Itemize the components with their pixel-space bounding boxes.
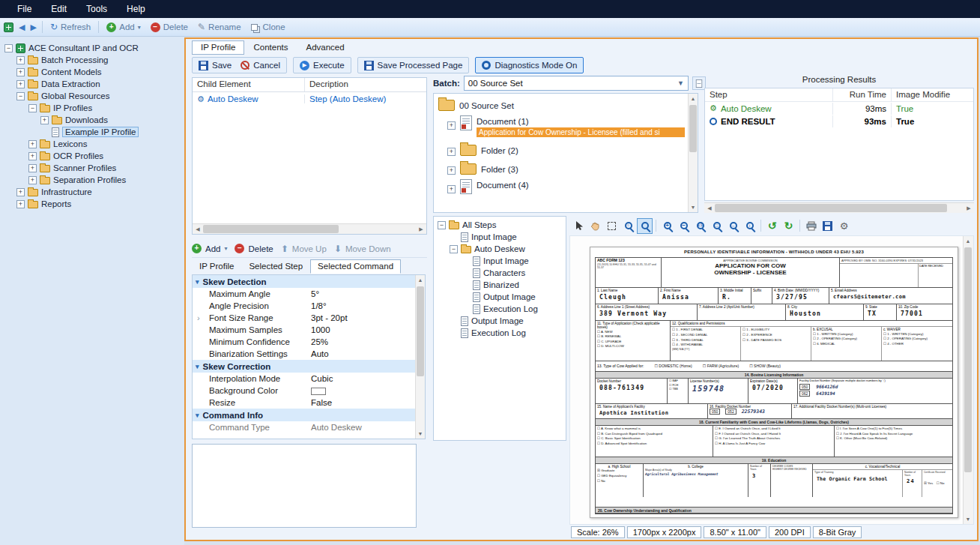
expand-icon[interactable]: + [447, 166, 456, 175]
group-command-info[interactable]: ▾ Command Info [193, 409, 415, 421]
rotate-ccw-button[interactable]: ↺ [764, 218, 780, 234]
scrollbar-thumb[interactable] [715, 204, 947, 212]
document-caption-selected[interactable]: Application for Cow Ownership - Licensee… [477, 127, 685, 137]
horizontal-scrollbar[interactable]: ◀ ▶ [704, 202, 974, 213]
image-preview-canvas[interactable]: PERSONALLY IDENTIFIABLE INFORMATION - WI… [569, 235, 974, 525]
expand-icon[interactable]: + [16, 200, 25, 208]
scroll-right-icon[interactable]: ▶ [964, 203, 974, 213]
expand-icon[interactable]: + [40, 116, 49, 124]
column-image-modified[interactable]: Image Modifie [891, 88, 973, 101]
property-row[interactable]: Interpolation Mode Cubic [193, 373, 415, 385]
batch-dropdown[interactable]: 00 Source Set ▼ [464, 76, 689, 91]
back-icon[interactable]: ◀ [19, 22, 25, 32]
add-step-button[interactable]: + Add ▾ [192, 244, 227, 253]
rotate-cw-button[interactable]: ↻ [781, 218, 796, 234]
property-row[interactable]: Maximum Angle 5° [193, 288, 415, 300]
description-textbox[interactable] [192, 444, 417, 528]
forward-icon[interactable]: ▶ [30, 22, 36, 32]
collapse-icon[interactable]: − [4, 44, 13, 52]
property-value[interactable]: Auto Deskew [305, 423, 362, 432]
steps-ad-binarized[interactable]: + Binarized [434, 279, 566, 291]
pointer-tool-button[interactable] [571, 218, 587, 234]
source-document-1[interactable]: + Document (1) Application for Cow Owner… [434, 112, 688, 139]
tree-item-batch-processing[interactable]: + Batch Processing [0, 54, 184, 66]
zoom-in-button[interactable]: + [659, 218, 675, 234]
cancel-button[interactable]: Cancel [241, 61, 280, 70]
move-up-button[interactable]: ⬆ Move Up [281, 244, 327, 253]
menu-edit[interactable]: Edit [41, 0, 76, 18]
expand-icon[interactable]: + [28, 152, 37, 160]
column-description[interactable]: Decription [305, 78, 353, 91]
viewer-settings-button[interactable]: ⚙ [836, 218, 852, 234]
property-row[interactable]: Minimum Confidence 25% [193, 336, 415, 348]
tree-item-downloads[interactable]: + Downloads [0, 114, 184, 126]
delete-button[interactable]: − Delete [148, 21, 190, 34]
tree-item-content-models[interactable]: + Content Models [0, 66, 184, 78]
source-document-4[interactable]: + Document (4) [434, 176, 688, 196]
zoom-fit-height-button[interactable]: ↕ [742, 218, 757, 234]
diagnostics-mode-toggle[interactable]: Diagnostics Mode On [482, 61, 577, 70]
tab-advanced[interactable]: Advanced [297, 40, 353, 55]
property-value[interactable]: 1/8° [305, 301, 327, 310]
steps-auto-deskew[interactable]: − Auto Deskew [434, 243, 566, 255]
vertical-scrollbar[interactable]: ▲ ▼ [415, 275, 425, 439]
horizontal-scrollbar[interactable]: ◀ ▶ [193, 223, 426, 234]
expand-icon[interactable]: + [447, 148, 456, 156]
scroll-up-icon[interactable]: ▲ [689, 94, 698, 103]
tree-item-reports[interactable]: + Reports [0, 198, 184, 210]
zoom-fit-width-button[interactable]: ↔ [725, 218, 741, 234]
move-down-button[interactable]: ⬇ Move Down [334, 244, 391, 253]
child-element-link[interactable]: Auto Deskew [208, 94, 258, 103]
property-value[interactable]: False [305, 398, 332, 407]
expand-icon[interactable]: + [447, 121, 456, 130]
zoom-window-button[interactable]: ▫ [620, 218, 636, 234]
pan-tool-button[interactable] [587, 218, 603, 234]
tree-item-separation-profiles[interactable]: + Separation Profiles [0, 174, 184, 186]
property-value[interactable]: 5° [305, 289, 319, 298]
refresh-button[interactable]: ↻ Refresh [48, 21, 93, 33]
collapse-icon[interactable]: − [450, 245, 458, 253]
vertical-scrollbar[interactable]: ▲ ▼ [688, 94, 698, 212]
clone-button[interactable]: Clone [249, 21, 288, 33]
zoom-fit-page-button[interactable]: □ [709, 218, 725, 234]
zoom-actual-size-button[interactable]: 1:1 [692, 218, 708, 234]
property-row[interactable]: Maximum Samples 1000 [193, 324, 415, 336]
print-button[interactable] [803, 218, 819, 234]
property-value[interactable]: Cubic [305, 374, 333, 383]
collapse-icon[interactable]: − [28, 104, 37, 112]
scrollbar-thumb[interactable] [417, 286, 424, 376]
tree-item-global-resources[interactable]: − Global Resources [0, 90, 184, 102]
rename-button[interactable]: ✎ Rename [196, 21, 244, 33]
child-description-link[interactable]: Step (Auto Deskew) [305, 94, 390, 103]
scroll-down-icon[interactable]: ▼ [964, 514, 973, 524]
property-row[interactable]: Binarization Settings Auto [193, 348, 415, 360]
expand-icon[interactable]: + [28, 176, 37, 184]
save-processed-page-button[interactable]: Save Processed Page [364, 61, 463, 70]
tree-item-lexicons[interactable]: + Lexicons [0, 138, 184, 150]
expand-icon[interactable]: + [447, 185, 456, 193]
steps-execution-log[interactable]: + Execution Log [434, 327, 566, 339]
steps-output-image[interactable]: + Output Image [434, 315, 566, 327]
zoom-out-button[interactable]: − [676, 218, 692, 234]
group-skew-detection[interactable]: ▾ Skew Detection [193, 275, 415, 288]
menu-file[interactable]: File [7, 0, 41, 18]
tab-ip-profile[interactable]: IP Profile [192, 40, 244, 55]
scroll-down-icon[interactable]: ▼ [689, 202, 698, 212]
collapse-icon[interactable]: − [16, 92, 25, 100]
tab-ip-profile-detail[interactable]: IP Profile [192, 259, 241, 274]
magnifier-tool-button[interactable] [637, 218, 653, 234]
tab-selected-command[interactable]: Selected Command [310, 259, 401, 274]
steps-input-image[interactable]: + Input Image [434, 231, 566, 243]
scrollbar-thumb[interactable] [203, 225, 339, 233]
expand-icon[interactable]: + [28, 140, 37, 148]
scroll-left-icon[interactable]: ◀ [704, 203, 715, 213]
result-row-auto-deskew[interactable]: ⚙ Auto Deskew 93ms True [705, 102, 973, 115]
property-row[interactable]: Angle Precision 1/8° [193, 300, 415, 312]
tree-item-ocr-profiles[interactable]: + OCR Profiles [0, 150, 184, 162]
tab-selected-step[interactable]: Selected Step [241, 259, 310, 274]
vertical-scrollbar[interactable]: ▲ ▼ [963, 236, 973, 524]
tree-item-infrastructure[interactable]: + Infrastructure [0, 186, 184, 198]
app-icon[interactable] [4, 22, 13, 32]
steps-root[interactable]: − All Steps [434, 219, 566, 231]
source-folder-2[interactable]: + Folder (2) [434, 139, 688, 157]
